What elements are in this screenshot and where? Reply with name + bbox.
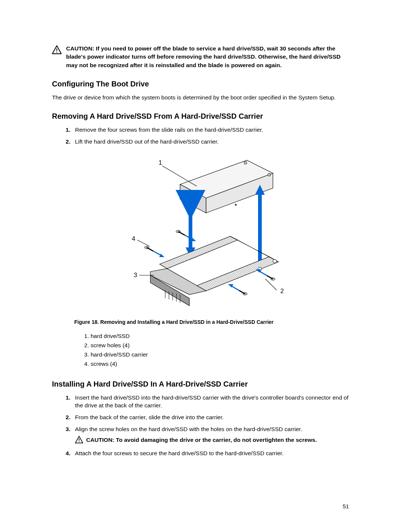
figure-callout-1: 1 [159,159,162,166]
figure-callout-2: 2 [280,288,284,295]
svg-rect-0 [56,49,57,51]
svg-line-36 [137,240,150,246]
figure-18-caption: Figure 18. Removing and Installing a Har… [74,319,349,325]
svg-point-23 [273,259,277,263]
svg-marker-15 [230,236,278,262]
section-removing-drive: Removing A Hard Drive/SSD From A Hard-Dr… [52,112,349,369]
caution-block-1: CAUTION: If you need to power off the bl… [52,45,349,69]
section-installing-drive: Installing A Hard Drive/SSD In A Hard-Dr… [52,380,349,457]
legend-item-2: screw holes (4) [91,341,349,350]
heading-configuring-boot-drive: Configuring The Boot Drive [52,80,349,88]
page-number: 51 [343,503,349,510]
figure-18-legend: hard drive/SSD screw holes (4) hard-driv… [85,332,349,368]
caution-text-1: CAUTION: If you need to power off the bl… [66,45,349,69]
svg-point-7 [268,173,271,176]
legend-item-3: hard-drive/SSD carrier [91,350,349,359]
figure-18-svg: 1 2 3 4 [113,153,299,312]
removing-step-2: Lift the hard drive/SSD out of the hard-… [72,138,349,146]
svg-marker-14 [197,257,278,291]
heading-installing-drive: Installing A Hard Drive/SSD In A Hard-Dr… [52,380,349,388]
svg-marker-13 [160,236,238,269]
figure-callout-3: 3 [134,272,137,279]
legend-item-1: hard drive/SSD [91,332,349,341]
svg-line-33 [162,166,197,186]
svg-line-34 [265,279,277,290]
svg-point-6 [244,161,247,164]
svg-rect-37 [79,439,79,441]
installing-step-4: Attach the four screws to secure the har… [72,449,349,457]
caution-icon [52,45,62,69]
svg-point-8 [235,204,237,206]
svg-rect-38 [79,441,79,442]
body-configuring-boot-drive: The drive or device from which the syste… [52,93,349,102]
removing-step-1: Remove the four screws from the slide ra… [72,126,349,134]
installing-step-1: Insert the hard drive/SSD into the hard-… [72,394,349,410]
inline-caution: CAUTION: To avoid damaging the drive or … [75,436,349,446]
removing-steps: Remove the four screws from the slide ra… [52,126,349,145]
figure-18: 1 2 3 4 Figure 18. Removing and Installi… [63,153,349,368]
figure-callout-4: 4 [132,235,135,242]
section-configuring-boot-drive: Configuring The Boot Drive The drive or … [52,80,349,102]
installing-step-3: Align the screw holes on the hard drive/… [72,425,349,446]
installing-step-2: From the back of the carrier, slide the … [72,413,349,421]
installing-steps: Insert the hard drive/SSD into the hard-… [52,394,349,457]
svg-rect-1 [56,52,57,52]
caution-icon [75,436,83,446]
heading-removing-drive: Removing A Hard Drive/SSD From A Hard-Dr… [52,112,349,121]
legend-item-4: screws (4) [91,359,349,369]
document-page: CAUTION: If you need to power off the bl… [0,0,401,490]
inline-caution-text: CAUTION: To avoid damaging the drive or … [86,436,317,446]
